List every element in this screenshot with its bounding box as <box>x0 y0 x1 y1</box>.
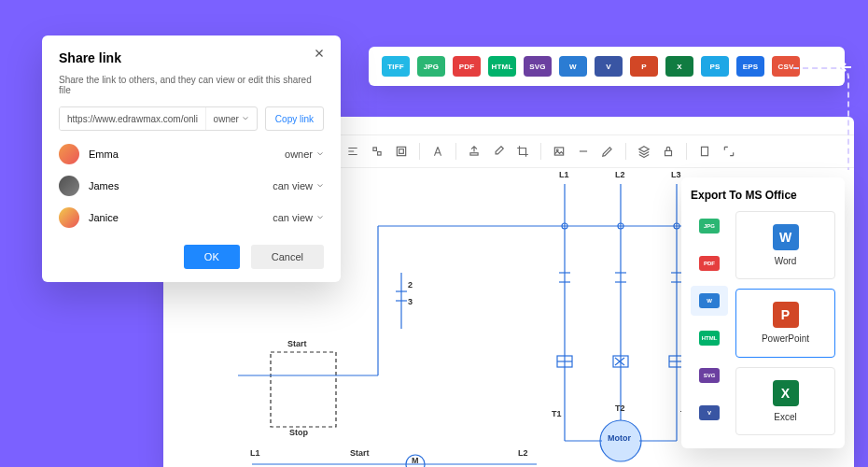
export-target-list: WWordPPowerPointXExcel <box>735 211 835 435</box>
export-format-w[interactable]: W <box>691 286 728 316</box>
svg-rect-5 <box>470 153 478 155</box>
export-card-word[interactable]: WWord <box>735 211 835 279</box>
export-format-html[interactable]: HTML <box>691 323 728 353</box>
label-motor: Motor <box>608 433 631 443</box>
close-icon[interactable] <box>313 47 329 64</box>
format-badge-v[interactable]: V <box>595 56 623 77</box>
share-dialog: Share link Share the link to others, and… <box>42 35 341 282</box>
label-3: 3 <box>408 297 413 306</box>
person-row: Jamescan view <box>59 176 324 196</box>
export-title: Export To MS Office <box>691 189 835 202</box>
copy-link-button[interactable]: Copy link <box>265 106 324 131</box>
avatar <box>59 176 79 196</box>
format-badge-svg[interactable]: SVG <box>524 56 552 77</box>
svg-rect-33 <box>271 352 336 427</box>
cancel-button[interactable]: Cancel <box>251 245 324 269</box>
svg-rect-4 <box>399 149 404 154</box>
svg-rect-2 <box>378 152 382 156</box>
svg-rect-6 <box>554 148 563 155</box>
svg-rect-8 <box>665 150 672 155</box>
distribute-icon[interactable] <box>367 141 387 162</box>
minus-icon[interactable] <box>573 141 594 162</box>
svg-rect-1 <box>373 148 377 151</box>
label-start: Start <box>287 339 307 348</box>
person-row: Emmaowner <box>59 144 324 164</box>
export-format-v[interactable]: V <box>691 398 728 428</box>
arrow-left-icon <box>838 59 855 76</box>
label-m2: M <box>412 456 419 465</box>
permission-select[interactable]: owner <box>205 107 257 130</box>
export-card-powerpoint[interactable]: PPowerPoint <box>735 289 835 357</box>
font-icon[interactable] <box>427 141 448 162</box>
ok-button[interactable]: OK <box>184 245 240 269</box>
lock-icon[interactable] <box>658 141 679 162</box>
label-l2a: L2 <box>518 448 528 458</box>
format-badge-tiff[interactable]: TIFF <box>382 56 410 77</box>
label-l3: L3 <box>671 170 681 179</box>
format-badge-jpg[interactable]: JPG <box>417 56 445 77</box>
format-badge-pdf[interactable]: PDF <box>453 56 481 77</box>
avatar <box>59 144 79 164</box>
person-name: James <box>89 180 119 191</box>
format-badge-w[interactable]: W <box>559 56 587 77</box>
image-icon[interactable] <box>549 141 569 162</box>
format-badge-x[interactable]: X <box>665 56 693 77</box>
format-badge-ps[interactable]: PS <box>701 56 729 77</box>
label-l1: L1 <box>559 170 569 179</box>
eyedrop-icon[interactable] <box>488 141 509 162</box>
person-name: Janice <box>89 212 119 223</box>
export-card-excel[interactable]: XExcel <box>735 367 835 435</box>
label-l1a: L1 <box>250 448 260 458</box>
permission-label: owner <box>214 114 239 124</box>
svg-rect-9 <box>702 147 708 155</box>
export-format-pdf[interactable]: PDF <box>691 248 728 278</box>
pen-icon[interactable] <box>597 141 618 162</box>
person-name: Emma <box>89 149 119 160</box>
person-role-select[interactable]: can view <box>273 180 324 191</box>
page-icon[interactable] <box>694 141 715 162</box>
person-row: Janicecan view <box>59 207 324 228</box>
group-icon[interactable] <box>391 141 412 162</box>
connector-line <box>793 67 849 170</box>
fill-icon[interactable] <box>464 141 484 162</box>
person-role-select[interactable]: can view <box>273 212 324 223</box>
label-l2: L2 <box>615 170 625 179</box>
svg-rect-3 <box>397 147 405 155</box>
person-role-select[interactable]: owner <box>285 149 324 160</box>
label-2: 2 <box>408 280 413 290</box>
label-start2: Start <box>350 448 370 458</box>
layers-icon[interactable] <box>634 141 654 162</box>
export-format-svg[interactable]: SVG <box>691 361 728 390</box>
share-url-input[interactable] <box>60 107 205 130</box>
label-t1: T1 <box>552 409 562 418</box>
share-desc: Share the link to others, and they can v… <box>59 75 324 95</box>
export-panel: Export To MS Office JPGPDFWHTMLSVGV WWor… <box>681 177 845 448</box>
export-formats-bar: TIFFJPGPDFHTMLSVGWVPXPSEPSCSV <box>369 47 845 86</box>
crop-icon[interactable] <box>512 141 533 162</box>
format-badge-html[interactable]: HTML <box>488 56 516 77</box>
avatar <box>59 207 79 228</box>
label-stop: Stop <box>289 428 308 437</box>
align-icon[interactable] <box>343 141 363 162</box>
people-list: EmmaownerJamescan viewJanicecan view <box>59 144 324 228</box>
export-format-list: JPGPDFWHTMLSVGV <box>691 211 728 435</box>
label-t2: T2 <box>615 403 625 413</box>
export-format-jpg[interactable]: JPG <box>691 211 728 241</box>
share-url-box: owner <box>59 106 258 131</box>
expand-icon[interactable] <box>719 141 739 162</box>
format-badge-p[interactable]: P <box>630 56 658 77</box>
share-title: Share link <box>59 50 324 65</box>
format-badge-eps[interactable]: EPS <box>736 56 764 77</box>
